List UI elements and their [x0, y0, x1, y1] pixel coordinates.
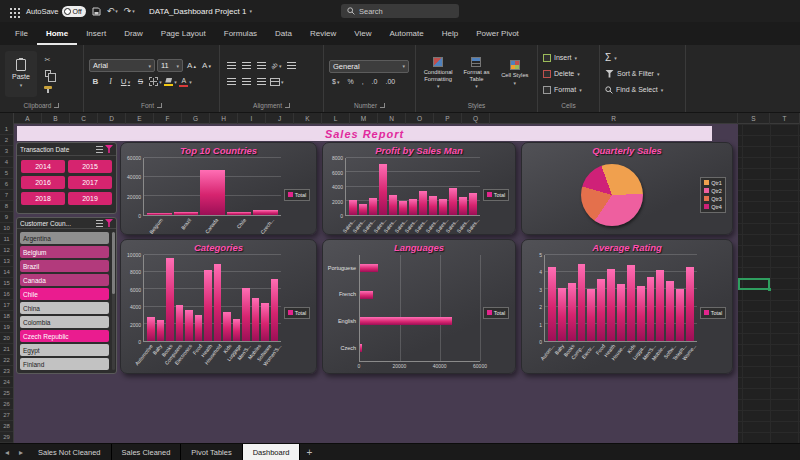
menu-tab-insert[interactable]: Insert: [77, 25, 115, 45]
font-size-combo[interactable]: 11▾: [157, 59, 183, 72]
decrease-decimal-button[interactable]: .00: [382, 76, 398, 88]
dialog-launcher-icon[interactable]: [54, 103, 59, 108]
cut-button[interactable]: ✂: [41, 54, 54, 65]
multi-select-icon[interactable]: [96, 220, 103, 227]
chart-profit-by-sales-man[interactable]: Profit by Sales Man 02000400060008000Sal…: [322, 142, 516, 235]
menu-tab-data[interactable]: Data: [266, 25, 301, 45]
wrap-text-button[interactable]: [285, 59, 298, 72]
row-header-10[interactable]: 10: [0, 223, 13, 234]
column-header-c[interactable]: C: [70, 113, 98, 124]
menu-tab-file[interactable]: File: [6, 25, 37, 45]
row-header-4[interactable]: 4: [0, 157, 13, 168]
slicer-country-argentina[interactable]: Argentina: [20, 232, 109, 244]
copy-button[interactable]: [41, 68, 54, 79]
increase-decimal-button[interactable]: .0: [369, 76, 381, 88]
format-as-table-button[interactable]: Format as Table▾: [459, 57, 493, 90]
column-header-g[interactable]: G: [182, 113, 210, 124]
menu-tab-formulas[interactable]: Formulas: [215, 25, 266, 45]
column-header-s[interactable]: S: [738, 113, 770, 124]
multi-select-icon[interactable]: [96, 146, 103, 153]
row-header-11[interactable]: 11: [0, 234, 13, 245]
slicer-year-2019[interactable]: 2019: [68, 192, 112, 205]
slicer-country-canada[interactable]: Canada: [20, 274, 109, 286]
chart-languages[interactable]: Languages PortugueseFrenchEnglishCzech02…: [322, 239, 516, 374]
redo-button[interactable]: ↷▾: [124, 6, 135, 16]
row-header-24[interactable]: 24: [0, 377, 13, 388]
comma-button[interactable]: ,: [359, 76, 367, 88]
slicer-scrollbar[interactable]: [112, 232, 115, 370]
slicer-country-china[interactable]: China: [20, 302, 109, 314]
row-header-2[interactable]: 2: [0, 135, 13, 146]
merge-center-button[interactable]: ▾: [270, 75, 284, 88]
row-header-20[interactable]: 20: [0, 333, 13, 344]
search-box[interactable]: Search: [341, 4, 459, 18]
increase-font-button[interactable]: A▴: [185, 59, 198, 72]
column-header-t[interactable]: T: [770, 113, 800, 124]
column-header-f[interactable]: F: [154, 113, 182, 124]
column-header-q[interactable]: Q: [462, 113, 490, 124]
row-header-22[interactable]: 22: [0, 355, 13, 366]
font-color-button[interactable]: A▾: [179, 75, 192, 88]
sheet-tab-pivot-tables[interactable]: Pivot Tables: [181, 444, 242, 460]
slicer-country-finland[interactable]: Finland: [20, 358, 109, 370]
row-header-25[interactable]: 25: [0, 388, 13, 399]
chart-categories[interactable]: Categories 0200040006000800010000Automot…: [120, 239, 317, 374]
format-painter-button[interactable]: [41, 82, 54, 93]
cell-styles-button[interactable]: Cell Styles▾: [498, 60, 532, 86]
align-left-button[interactable]: [225, 75, 238, 88]
format-cells-button[interactable]: Format▾: [543, 83, 582, 96]
column-header-a[interactable]: A: [14, 113, 42, 124]
sheet-tab-sales-cleaned[interactable]: Sales Cleaned: [112, 444, 182, 460]
row-header-19[interactable]: 19: [0, 322, 13, 333]
column-header-l[interactable]: L: [322, 113, 350, 124]
row-header-23[interactable]: 23: [0, 366, 13, 377]
save-button[interactable]: [92, 7, 101, 16]
column-header-e[interactable]: E: [126, 113, 154, 124]
menu-tab-page-layout[interactable]: Page Layout: [152, 25, 215, 45]
dialog-launcher-icon[interactable]: [380, 103, 385, 108]
undo-button[interactable]: ↶▾: [107, 6, 118, 16]
row-header-18[interactable]: 18: [0, 311, 13, 322]
grid-cells[interactable]: Sales Report Transaction Date 2014201520…: [14, 124, 800, 443]
italic-button[interactable]: I: [104, 75, 117, 88]
row-header-1[interactable]: 1: [0, 124, 13, 135]
add-sheet-button[interactable]: +: [300, 444, 318, 460]
slicer-country-colombia[interactable]: Colombia: [20, 316, 109, 328]
decrease-font-button[interactable]: A▾: [200, 59, 213, 72]
align-right-button[interactable]: [255, 75, 268, 88]
menu-tab-review[interactable]: Review: [301, 25, 345, 45]
align-bottom-button[interactable]: [255, 59, 268, 72]
row-header-26[interactable]: 26: [0, 399, 13, 410]
insert-cells-button[interactable]: Insert▾: [543, 51, 582, 64]
orientation-button[interactable]: ab▾: [270, 59, 283, 72]
slicer-year-2016[interactable]: 2016: [21, 176, 65, 189]
dialog-launcher-icon[interactable]: [157, 103, 162, 108]
number-format-combo[interactable]: General▾: [329, 60, 409, 73]
scrollbar-thumb[interactable]: [112, 232, 115, 294]
paste-button[interactable]: Paste ▾: [5, 51, 37, 97]
slicer-year-2017[interactable]: 2017: [68, 176, 112, 189]
column-header-r[interactable]: R: [490, 113, 738, 124]
autosum-button[interactable]: Σ▾: [605, 51, 663, 64]
align-center-button[interactable]: [240, 75, 253, 88]
delete-cells-button[interactable]: Delete▾: [543, 67, 582, 80]
bold-button[interactable]: B: [89, 75, 102, 88]
row-header-13[interactable]: 13: [0, 256, 13, 267]
align-top-button[interactable]: [225, 59, 238, 72]
select-all-corner[interactable]: [0, 113, 14, 124]
sheet-nav-right-icon[interactable]: ▸: [14, 444, 28, 460]
column-header-h[interactable]: H: [210, 113, 238, 124]
row-header-8[interactable]: 8: [0, 201, 13, 212]
row-header-7[interactable]: 7: [0, 190, 13, 201]
row-header-29[interactable]: 29: [0, 432, 13, 443]
borders-button[interactable]: ▾: [149, 75, 162, 88]
sheet-tab-dashboard[interactable]: Dashboard: [243, 444, 301, 460]
slicer-year-2014[interactable]: 2014: [21, 160, 65, 173]
app-launcher-icon[interactable]: [6, 4, 20, 18]
menu-tab-home[interactable]: Home: [37, 25, 77, 45]
slicer-year-2018[interactable]: 2018: [21, 192, 65, 205]
column-header-i[interactable]: I: [238, 113, 266, 124]
row-header-28[interactable]: 28: [0, 421, 13, 432]
slicer-transaction-date[interactable]: Transaction Date 20142015201620172018201…: [16, 142, 117, 214]
font-name-combo[interactable]: Arial▾: [89, 59, 155, 72]
